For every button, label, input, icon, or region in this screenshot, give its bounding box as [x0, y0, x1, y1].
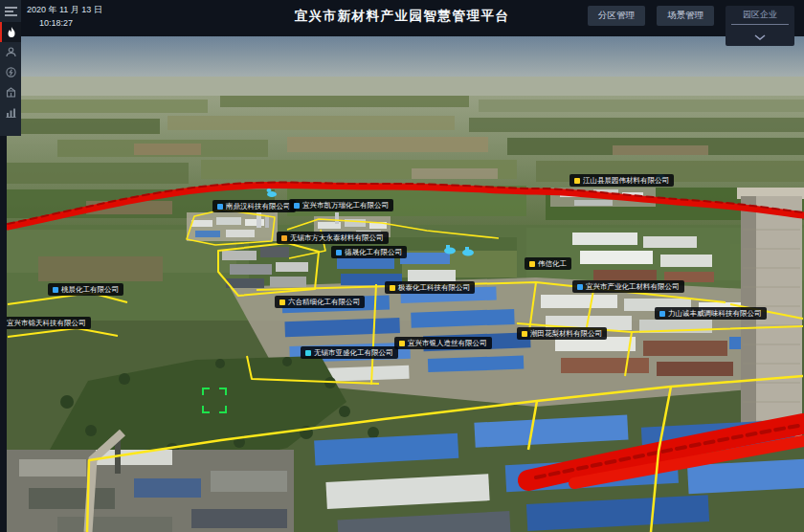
enterprise-marker-icon	[659, 311, 665, 317]
sidebar-item-statistics[interactable]	[0, 102, 21, 122]
enterprise-marker-icon	[336, 250, 342, 255]
enterprise-label[interactable]: 无锡市亚盛化工有限公司	[301, 346, 398, 359]
app-root: 南鼎汉科技有限公司 宜兴市凯万瑞化工有限公司 无锡市方大永泰材料有限公司 德晟化…	[0, 0, 804, 532]
enterprise-marker-icon	[399, 341, 405, 346]
enterprise-label-text: 宜兴市产业化工材料有限公司	[586, 280, 680, 293]
flame-icon	[7, 27, 16, 38]
enterprise-label[interactable]: 宜兴市锦天科技有限公司	[7, 317, 91, 329]
enterprise-label[interactable]: 极泰化工科技有限公司	[385, 281, 475, 294]
enterprise-label[interactable]: 力山诚丰威调味科技有限公司	[655, 307, 767, 320]
sidebar-item-energy[interactable]	[0, 62, 21, 82]
enterprise-label[interactable]: 德晟化工有限公司	[331, 246, 407, 258]
power-icon	[6, 67, 16, 78]
enterprise-label[interactable]: 六合精细化工有限公司	[275, 296, 365, 308]
enterprise-label-text: 极泰化工科技有限公司	[398, 281, 470, 294]
enterprise-label-text: 德晟化工有限公司	[345, 246, 402, 258]
enterprise-label-text: 伟信化工	[538, 257, 567, 270]
map-3d-view[interactable]: 南鼎汉科技有限公司 宜兴市凯万瑞化工有限公司 无锡市方大永泰材料有限公司 德晟化…	[7, 36, 804, 532]
sidebar	[0, 0, 21, 136]
enterprise-marker-icon	[529, 261, 535, 267]
scene-manage-button[interactable]: 场景管理	[657, 6, 714, 26]
dropdown-label: 园区企业	[726, 9, 794, 21]
menu-icon[interactable]	[0, 0, 21, 22]
selection-brackets	[202, 388, 227, 413]
enterprise-label-text: 六合精细化工有限公司	[288, 296, 360, 308]
top-header: 2020 年 11 月 13 日 10:18:27 宜兴市新材料产业园智慧管理平…	[0, 0, 804, 36]
enterprise-label[interactable]: 宜兴市凯万瑞化工有限公司	[289, 199, 393, 211]
enterprise-label-text: 宜兴市银人造丝有限公司	[408, 337, 487, 349]
enterprise-label[interactable]: 南鼎汉科技有限公司	[212, 200, 296, 212]
user-icon	[6, 47, 16, 57]
enterprise-label-text: 江山县晨园伟材料有限公司	[583, 174, 669, 187]
enterprise-label-text: 桃晨化工有限公司	[61, 283, 119, 296]
zone-manage-button[interactable]: 分区管理	[588, 6, 645, 26]
enterprise-marker-icon	[294, 203, 300, 209]
bar-chart-icon	[6, 107, 16, 118]
sidebar-item-enterprise[interactable]	[0, 82, 21, 102]
enterprise-marker-icon	[522, 331, 527, 337]
enterprise-marker-icon	[279, 299, 285, 305]
sidebar-item-personnel[interactable]	[0, 42, 21, 62]
enterprise-label-text: 无锡市方大永泰材料有限公司	[290, 232, 384, 244]
enterprise-marker-icon	[390, 285, 395, 291]
enterprise-marker-icon	[217, 204, 223, 210]
factory-icon	[6, 87, 16, 98]
dropdown-divider	[731, 24, 789, 25]
enterprise-label[interactable]: 无锡市方大永泰材料有限公司	[277, 232, 389, 244]
enterprise-label[interactable]: 江山县晨园伟材料有限公司	[570, 174, 674, 187]
enterprise-marker-icon	[577, 284, 583, 290]
sidebar-item-fire[interactable]	[0, 22, 21, 42]
enterprise-marker-icon	[281, 235, 287, 241]
enterprise-label[interactable]: 宜兴市银人造丝有限公司	[394, 337, 492, 349]
enterprise-label-text: 无锡市亚盛化工有限公司	[314, 346, 393, 359]
enterprise-label-text: 力山诚丰威调味科技有限公司	[668, 307, 762, 320]
enterprise-label[interactable]: 潮田花梨材料有限公司	[517, 327, 607, 340]
enterprise-marker-icon	[305, 350, 311, 356]
enterprise-marker-icon	[574, 178, 580, 184]
enterprise-label-text: 宜兴市锦天科技有限公司	[7, 317, 86, 329]
enterprise-label-text: 南鼎汉科技有限公司	[226, 200, 291, 212]
park-enterprise-dropdown[interactable]: 园区企业	[726, 6, 794, 46]
enterprise-label-text: 潮田花梨材料有限公司	[530, 327, 602, 340]
enterprise-label[interactable]: 桃晨化工有限公司	[48, 283, 123, 296]
chevron-down-icon	[754, 34, 766, 40]
enterprise-label-text: 宜兴市凯万瑞化工有限公司	[302, 199, 389, 211]
enterprise-label[interactable]: 伟信化工	[525, 257, 571, 270]
enterprise-marker-icon	[53, 287, 58, 293]
enterprise-label[interactable]: 宜兴市产业化工材料有限公司	[572, 280, 684, 293]
